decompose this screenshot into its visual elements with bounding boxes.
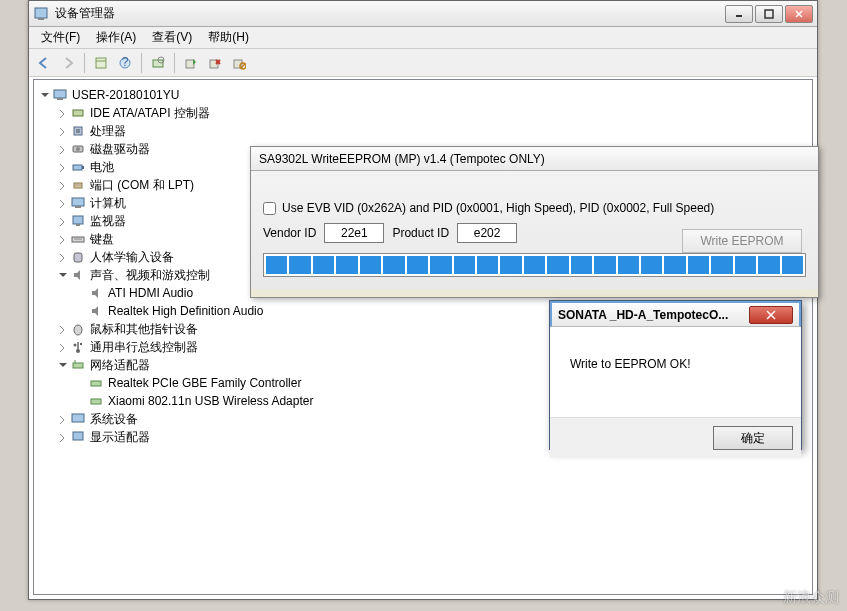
forward-button[interactable] [57,52,79,74]
tree-label: Realtek High Definition Audio [108,304,263,318]
svg-rect-33 [75,206,81,208]
scan-hardware-button[interactable] [147,52,169,74]
sound-icon [70,267,86,283]
expand-icon[interactable] [56,323,68,335]
minimize-button[interactable] [725,5,753,23]
tree-label: 计算机 [90,195,126,212]
update-driver-button[interactable] [180,52,202,74]
expand-icon[interactable] [56,143,68,155]
window-title: 设备管理器 [55,5,725,22]
tree-label: 系统设备 [90,411,138,428]
expand-icon[interactable] [56,107,68,119]
ide-icon [70,105,86,121]
svg-rect-1 [38,18,44,20]
expand-icon[interactable] [56,197,68,209]
expand-icon[interactable] [56,233,68,245]
tree-root[interactable]: USER-20180101YU [38,86,808,104]
expand-icon[interactable] [56,251,68,263]
network-icon [88,393,104,409]
computer-icon [52,87,68,103]
svg-rect-19 [54,90,66,98]
expand-icon[interactable] [56,161,68,173]
use-evb-checkbox[interactable] [263,202,276,215]
menu-action[interactable]: 操作(A) [88,27,144,48]
port-icon [70,177,86,193]
close-button[interactable] [785,5,813,23]
message-close-button[interactable] [749,306,793,324]
keyboard-icon [70,231,86,247]
network-icon [88,375,104,391]
help-button[interactable]: ? [114,52,136,74]
back-button[interactable] [33,52,55,74]
titlebar[interactable]: 设备管理器 [29,1,817,27]
disable-button[interactable] [228,52,250,74]
svg-rect-6 [96,58,106,68]
tree-item[interactable]: 处理器 [56,122,808,140]
collapse-icon[interactable] [56,359,68,371]
system-icon [70,411,86,427]
maximize-button[interactable] [755,5,783,23]
tree-label: USER-20180101YU [72,88,179,102]
display-icon [70,429,86,445]
menu-file[interactable]: 文件(F) [33,27,88,48]
sound-icon [88,285,104,301]
svg-rect-34 [73,216,83,224]
tree-label: 监视器 [90,213,126,230]
svg-point-29 [76,185,77,186]
svg-text:?: ? [122,56,129,69]
svg-rect-3 [765,10,773,18]
tree-label: 端口 (COM 和 LPT) [90,177,194,194]
uninstall-button[interactable] [204,52,226,74]
svg-point-39 [74,325,82,335]
menu-view[interactable]: 查看(V) [144,27,200,48]
processor-icon [70,123,86,139]
expand-icon[interactable] [56,413,68,425]
collapse-icon[interactable] [56,269,68,281]
message-titlebar[interactable]: SONATA _HD-A_TempotecO... [550,301,801,327]
message-dialog[interactable]: SONATA _HD-A_TempotecO... Write to EEPRO… [549,300,802,450]
disk-icon [70,141,86,157]
network-icon [70,357,86,373]
svg-rect-32 [72,198,84,206]
eeprom-writer-window[interactable]: SA9302L WriteEEPROM (MP) v1.4 (Tempotec … [250,146,819,298]
use-evb-label: Use EVB VID (0x262A) and PID (0x0001, Hi… [282,201,714,215]
toolbar: ? [29,49,817,77]
svg-point-30 [78,185,79,186]
svg-rect-23 [76,129,80,133]
menu-help[interactable]: 帮助(H) [200,27,257,48]
show-properties-button[interactable] [90,52,112,74]
collapse-icon[interactable] [38,89,50,101]
message-title-text: SONATA _HD-A_TempotecO... [558,308,749,322]
computer-icon [70,195,86,211]
svg-rect-38 [74,253,82,262]
svg-rect-27 [82,166,84,169]
svg-rect-48 [72,414,84,422]
ok-button[interactable]: 确定 [713,426,793,450]
usb-icon [70,339,86,355]
tree-item[interactable]: IDE ATA/ATAPI 控制器 [56,104,808,122]
product-id-input[interactable] [457,223,517,243]
svg-rect-12 [186,60,194,68]
sound-icon [88,303,104,319]
eeprom-titlebar[interactable]: SA9302L WriteEEPROM (MP) v1.4 (Tempotec … [251,147,818,171]
expand-icon[interactable] [56,341,68,353]
tree-label: Xiaomi 802.11n USB Wireless Adapter [108,394,313,408]
tree-label: Realtek PCIe GBE Family Controller [108,376,301,390]
progress-bar [263,253,806,277]
expand-icon[interactable] [56,179,68,191]
svg-rect-44 [73,363,83,368]
write-eeprom-button[interactable]: Write EEPROM [682,229,802,253]
svg-rect-49 [73,432,83,440]
vendor-id-input[interactable] [324,223,384,243]
message-body: Write to EEPROM OK! [550,327,801,417]
svg-rect-20 [57,98,63,100]
svg-rect-43 [80,343,82,345]
tree-label: IDE ATA/ATAPI 控制器 [90,105,210,122]
monitor-icon [70,213,86,229]
expand-icon[interactable] [56,215,68,227]
tree-label: 通用串行总线控制器 [90,339,198,356]
expand-icon[interactable] [56,125,68,137]
app-icon [33,6,49,22]
expand-icon[interactable] [56,431,68,443]
svg-rect-21 [73,110,83,116]
